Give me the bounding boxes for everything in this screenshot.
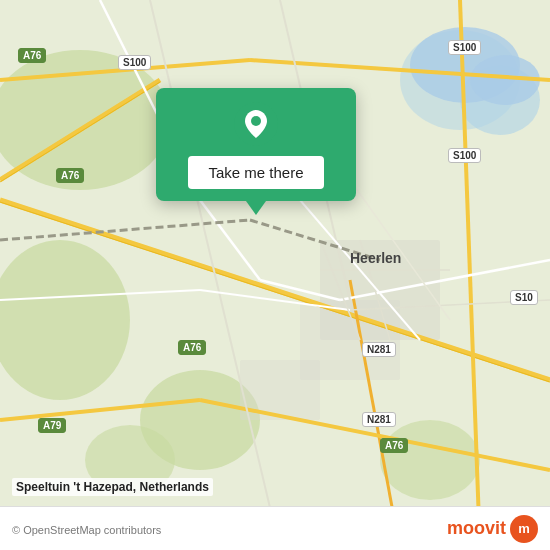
road-badge-a76: A76 xyxy=(56,168,84,183)
road-badge-a76: A76 xyxy=(380,438,408,453)
svg-point-40 xyxy=(251,116,261,126)
road-badge-s100: S100 xyxy=(448,40,481,55)
moovit-logo: moovit m xyxy=(447,515,538,543)
map-background xyxy=(0,0,550,550)
road-badge-n281: N281 xyxy=(362,342,396,357)
road-badge-a79: A79 xyxy=(38,418,66,433)
location-info: © OpenStreetMap contributors xyxy=(12,520,161,538)
moovit-logo-icon: m xyxy=(510,515,538,543)
road-badge-s100: S100 xyxy=(118,55,151,70)
location-pin-icon xyxy=(234,102,278,146)
attribution-text: © OpenStreetMap contributors xyxy=(12,524,161,536)
road-badge-a76: A76 xyxy=(178,340,206,355)
map-container: A76S100S100S100A76A76A76A79N281N281S10 H… xyxy=(0,0,550,550)
location-label: Speeltuin 't Hazepad, Netherlands xyxy=(12,478,213,496)
road-badge-n281: N281 xyxy=(362,412,396,427)
bottom-bar: © OpenStreetMap contributors moovit m xyxy=(0,506,550,550)
road-badge-s100: S100 xyxy=(448,148,481,163)
popup-card: Take me there xyxy=(156,88,356,201)
svg-point-6 xyxy=(380,420,480,500)
road-badge-s10: S10 xyxy=(510,290,538,305)
moovit-logo-label: moovit xyxy=(447,518,506,539)
road-badge-a76: A76 xyxy=(18,48,46,63)
take-me-there-button[interactable]: Take me there xyxy=(188,156,323,189)
